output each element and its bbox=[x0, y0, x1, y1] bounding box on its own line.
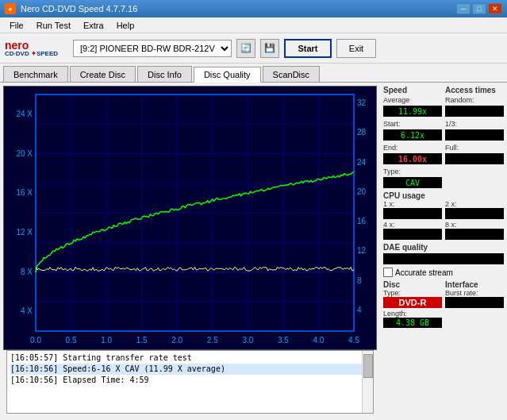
cpu-1x-value bbox=[383, 208, 442, 219]
end-label: End: bbox=[383, 144, 442, 152]
log-scroll-thumb[interactable] bbox=[363, 354, 373, 378]
nero-product-text: CD·DVD ✦SPEED bbox=[5, 51, 58, 57]
full-label: Full: bbox=[445, 144, 504, 152]
refresh-button[interactable]: 🔄 bbox=[236, 39, 255, 58]
access-times-title: Access times bbox=[445, 86, 504, 94]
tabs: Benchmark Create Disc Disc Info Disc Qua… bbox=[0, 64, 507, 83]
one-third-label: 1/3: bbox=[445, 120, 504, 128]
burst-value bbox=[445, 297, 504, 308]
menu-run-test[interactable]: Run Test bbox=[30, 19, 77, 32]
end-value: 16.00x bbox=[383, 153, 442, 164]
start-label: Start: bbox=[383, 120, 442, 128]
cpu-2x-value bbox=[445, 208, 504, 219]
right-panel: Speed Average 11.99x Start: 6.12x End: 1… bbox=[380, 83, 507, 420]
disc-title: Disc bbox=[383, 280, 442, 289]
dae-value bbox=[383, 253, 504, 264]
start-button[interactable]: Start bbox=[284, 39, 332, 58]
nero-logo: nero CD·DVD ✦SPEED bbox=[5, 37, 68, 60]
menu-help[interactable]: Help bbox=[110, 19, 141, 32]
maximize-button[interactable]: □ bbox=[472, 3, 486, 14]
nero-brand-text: nero bbox=[5, 40, 29, 51]
log-scrollbar[interactable] bbox=[362, 351, 373, 413]
window-title: Nero CD-DVD Speed 4.7.7.16 bbox=[21, 4, 137, 13]
disc-length-value: 4.38 GB bbox=[383, 318, 442, 328]
log-line-3: [16:10:56] Elapsed Time: 4:59 bbox=[10, 375, 370, 386]
speed-chart bbox=[4, 87, 377, 350]
dae-section: DAE quality Accurate stream bbox=[383, 243, 504, 277]
menu-extra[interactable]: Extra bbox=[77, 19, 110, 32]
menu-file[interactable]: File bbox=[3, 19, 30, 32]
tab-scandisc[interactable]: ScanDisc bbox=[263, 66, 320, 82]
accurate-stream-checkbox[interactable] bbox=[383, 268, 393, 277]
interface-title: Interface bbox=[445, 280, 504, 289]
titlebar-left: ● Nero CD-DVD Speed 4.7.7.16 bbox=[5, 3, 137, 14]
main-content: [16:05:57] Starting transfer rate test [… bbox=[0, 83, 507, 420]
cpu-4x-label: 4 x: bbox=[383, 221, 442, 229]
accurate-stream-row: Accurate stream bbox=[383, 268, 504, 277]
log-area: [16:05:57] Starting transfer rate test [… bbox=[6, 350, 374, 414]
one-third-value bbox=[445, 129, 504, 141]
disc-type-label: Type: bbox=[383, 289, 442, 297]
speed-title: Speed bbox=[383, 86, 442, 94]
cpu-2x-label: 2 x: bbox=[445, 200, 504, 208]
cpu-4x-value bbox=[383, 229, 442, 240]
burst-label: Burst rate: bbox=[445, 289, 504, 297]
tab-create-disc[interactable]: Create Disc bbox=[70, 66, 136, 82]
full-value bbox=[445, 153, 504, 164]
type-label: Type: bbox=[383, 168, 442, 175]
log-line-1: [16:05:57] Starting transfer rate test bbox=[10, 353, 370, 364]
log-content: [16:05:57] Starting transfer rate test [… bbox=[7, 351, 373, 387]
average-label: Average bbox=[383, 96, 442, 104]
titlebar-controls: ─ □ ✕ bbox=[456, 3, 502, 14]
tab-benchmark[interactable]: Benchmark bbox=[3, 66, 68, 82]
toolbar: nero CD·DVD ✦SPEED [9:2] PIONEER BD-RW B… bbox=[0, 33, 507, 64]
exit-button[interactable]: Exit bbox=[336, 39, 376, 58]
cpu-1x-label: 1 x: bbox=[383, 200, 442, 208]
save-button[interactable]: 💾 bbox=[260, 39, 279, 58]
menubar: File Run Test Extra Help bbox=[0, 17, 507, 33]
close-button[interactable]: ✕ bbox=[488, 3, 502, 14]
tab-disc-info[interactable]: Disc Info bbox=[137, 66, 192, 82]
disc-type-value: DVD-R bbox=[383, 297, 442, 308]
accurate-stream-label: Accurate stream bbox=[395, 268, 453, 277]
drive-selector[interactable]: [9:2] PIONEER BD-RW BDR-212V 1.00 bbox=[73, 40, 232, 57]
start-value: 6.12x bbox=[383, 129, 442, 141]
titlebar: ● Nero CD-DVD Speed 4.7.7.16 ─ □ ✕ bbox=[0, 0, 507, 17]
tab-disc-quality[interactable]: Disc Quality bbox=[194, 67, 261, 83]
random-label: Random: bbox=[445, 96, 504, 104]
minimize-button[interactable]: ─ bbox=[456, 3, 471, 14]
disc-length-label: Length: bbox=[383, 310, 442, 318]
dae-title: DAE quality bbox=[383, 243, 504, 252]
type-value: CAV bbox=[383, 177, 442, 188]
chart-area: [16:05:57] Starting transfer rate test [… bbox=[0, 83, 380, 420]
cpu-8x-label: 8 x: bbox=[445, 221, 504, 229]
cpu-8x-value bbox=[445, 229, 504, 240]
speed-stats: Speed Average 11.99x Start: 6.12x End: 1… bbox=[383, 86, 442, 188]
app-icon: ● bbox=[5, 3, 16, 14]
cpu-title: CPU usage bbox=[383, 191, 504, 200]
random-value bbox=[445, 106, 504, 117]
stats-section: Speed Average 11.99x Start: 6.12x End: 1… bbox=[383, 86, 504, 188]
disc-section: Disc Type: DVD-R Length: 4.38 GB Interfa… bbox=[383, 280, 504, 328]
log-line-2: [16:10:56] Speed:6-16 X CAV (11.99 X ave… bbox=[10, 364, 370, 375]
cpu-section: CPU usage 1 x: 4 x: 2 x: 8 x: bbox=[383, 191, 504, 240]
average-value: 11.99x bbox=[383, 106, 442, 117]
chart-container bbox=[3, 86, 377, 350]
access-times: Access times Random: 1/3: Full: bbox=[445, 86, 504, 188]
